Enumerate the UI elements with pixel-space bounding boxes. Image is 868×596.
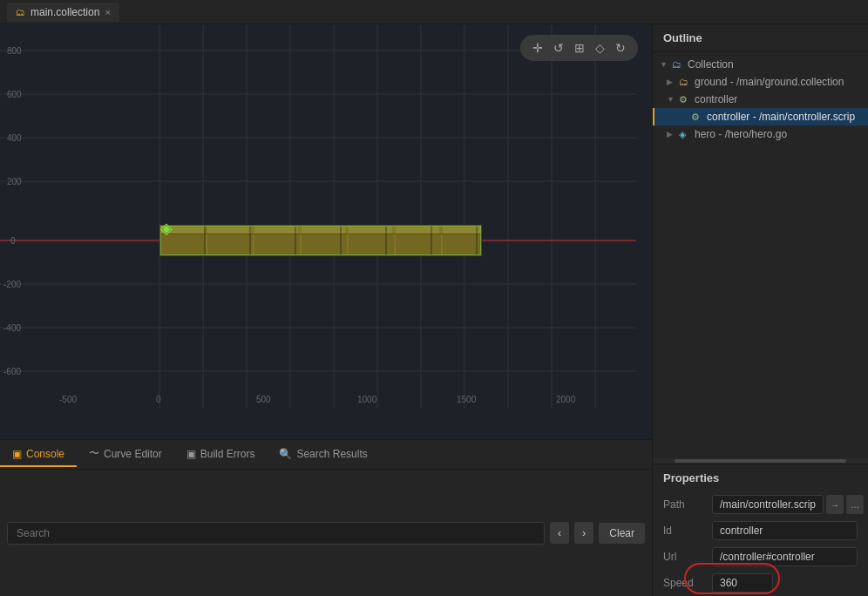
svg-text:0: 0 xyxy=(156,395,161,404)
script-icon: ⚙ xyxy=(691,112,703,123)
tree-item-hero[interactable]: ▶ ◈ hero - /hero/hero.go xyxy=(653,125,868,143)
tree-item-ground[interactable]: ▶ 🗂 ground - /main/ground.collection xyxy=(653,73,868,91)
curve-editor-tab-label: Curve Editor xyxy=(104,448,162,460)
collection-arrow: ▼ xyxy=(660,60,668,69)
svg-text:1000: 1000 xyxy=(357,395,377,404)
hero-arrow: ▶ xyxy=(667,130,675,139)
svg-text:200: 200 xyxy=(7,177,22,186)
reset-tool-button[interactable]: ↻ xyxy=(612,39,629,57)
collection-label: Collection xyxy=(688,58,734,71)
speed-label: Speed xyxy=(663,577,705,589)
path-label: Path xyxy=(663,498,705,511)
properties-header: Properties xyxy=(653,464,868,491)
console-tab-icon: ▣ xyxy=(12,448,22,460)
hero-tree-icon: ◈ xyxy=(679,129,691,140)
properties-section: Properties Path /main/controller.scrip →… xyxy=(653,464,868,596)
ground-label: ground - /main/ground.collection xyxy=(695,76,844,88)
controller-icon: ⚙ xyxy=(679,94,691,105)
tab-console[interactable]: ▣ Console xyxy=(0,443,77,467)
tree-item-controller[interactable]: ▼ ⚙ controller xyxy=(653,91,868,108)
url-label: Url xyxy=(663,551,705,563)
tab-close-button[interactable]: × xyxy=(105,7,110,17)
svg-text:0: 0 xyxy=(10,236,16,246)
move-tool-button[interactable]: ✛ xyxy=(529,39,546,57)
search-input[interactable] xyxy=(7,522,545,545)
id-value: controller xyxy=(712,521,858,540)
main-collection-tab[interactable]: 🗂 main.collection × xyxy=(7,3,119,22)
curve-editor-tab-icon: 〜 xyxy=(89,446,99,461)
viewport-toolbar: ✛ ↺ ⊞ ◇ ↻ xyxy=(520,35,638,61)
main-area: ✛ ↺ ⊞ ◇ ↻ xyxy=(0,24,868,596)
outline-header: Outline xyxy=(653,24,868,52)
svg-text:-500: -500 xyxy=(59,395,77,404)
bottom-panel: ▣ Console 〜 Curve Editor ▣ Build Errors … xyxy=(0,439,652,596)
panel-tabs: ▣ Console 〜 Curve Editor ▣ Build Errors … xyxy=(0,440,652,470)
build-errors-tab-label: Build Errors xyxy=(200,448,255,460)
platform-strip xyxy=(159,225,482,256)
console-panel-content: ‹ › Clear xyxy=(0,470,652,596)
path-more-button[interactable]: … xyxy=(846,495,864,514)
svg-text:800: 800 xyxy=(7,46,22,56)
right-panel: Outline ▼ 🗂 Collection ▶ 🗂 ground - /mai… xyxy=(652,24,868,596)
rotate-tool-button[interactable]: ↺ xyxy=(550,39,567,57)
tab-search-results[interactable]: 🔍 Search Results xyxy=(267,443,379,467)
svg-text:2000: 2000 xyxy=(556,395,576,404)
path-navigate-button[interactable]: → xyxy=(826,495,844,514)
search-results-tab-icon: 🔍 xyxy=(279,448,292,460)
svg-text:1500: 1500 xyxy=(457,395,477,404)
tab-icon: 🗂 xyxy=(16,7,25,17)
prop-row-id: Id controller xyxy=(653,518,868,544)
outline-tree: ▼ 🗂 Collection ▶ 🗂 ground - /main/ground… xyxy=(653,52,868,458)
controller-arrow: ▼ xyxy=(667,95,675,104)
svg-text:500: 500 xyxy=(256,395,271,404)
svg-text:600: 600 xyxy=(7,90,22,99)
prop-row-path: Path /main/controller.scrip → … xyxy=(653,491,868,518)
hero-sprite: ◈ xyxy=(158,218,175,239)
speed-row-wrapper: Speed 360 xyxy=(653,570,868,596)
console-tab-label: Console xyxy=(26,448,64,460)
controller-label: controller xyxy=(695,93,737,105)
build-errors-tab-icon: ▣ xyxy=(186,448,196,460)
tab-build-errors[interactable]: ▣ Build Errors xyxy=(174,443,268,467)
path-value-container: /main/controller.scrip → … xyxy=(712,495,864,514)
script-label: controller - /main/controller.scrip xyxy=(707,111,855,123)
search-results-tab-label: Search Results xyxy=(296,448,367,460)
id-label: Id xyxy=(663,525,705,537)
anchor-tool-button[interactable]: ◇ xyxy=(592,39,608,57)
speed-value[interactable]: 360 xyxy=(712,573,773,593)
svg-text:-200: -200 xyxy=(3,280,21,289)
scale-tool-button[interactable]: ⊞ xyxy=(571,39,588,57)
svg-text:400: 400 xyxy=(7,133,22,143)
next-button[interactable]: › xyxy=(574,522,593,544)
tab-bar: 🗂 main.collection × xyxy=(0,0,868,24)
svg-text:-400: -400 xyxy=(3,323,21,333)
tab-label: main.collection xyxy=(31,6,99,18)
svg-text:-600: -600 xyxy=(3,367,21,376)
ground-platform xyxy=(159,225,482,256)
hero-icon: ◈ xyxy=(160,219,173,238)
prop-row-speed: Speed 360 xyxy=(653,570,868,596)
ground-arrow: ▶ xyxy=(667,78,675,86)
collection-icon: 🗂 xyxy=(672,59,684,70)
clear-button[interactable]: Clear xyxy=(599,523,645,544)
tree-item-collection[interactable]: ▼ 🗂 Collection xyxy=(653,56,868,73)
tree-item-controller-script[interactable]: ⚙ controller - /main/controller.scrip xyxy=(653,108,868,125)
tab-curve-editor[interactable]: 〜 Curve Editor xyxy=(77,441,174,468)
prev-button[interactable]: ‹ xyxy=(550,522,569,544)
ground-icon: 🗂 xyxy=(679,77,691,87)
tile-selection-overlay xyxy=(160,226,481,255)
left-panel: ✛ ↺ ⊞ ◇ ↻ xyxy=(0,24,652,596)
path-value: /main/controller.scrip xyxy=(712,495,824,514)
hero-label: hero - /hero/hero.go xyxy=(695,128,787,140)
viewport[interactable]: ✛ ↺ ⊞ ◇ ↻ xyxy=(0,24,652,439)
prop-row-url: Url /controller#controller xyxy=(653,544,868,570)
url-value: /controller#controller xyxy=(712,547,858,566)
